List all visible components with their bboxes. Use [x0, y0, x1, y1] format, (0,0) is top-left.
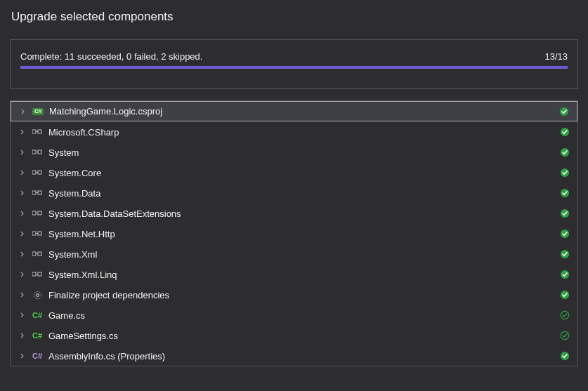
svg-point-34 [34, 291, 41, 298]
item-label: System.Core [48, 168, 559, 178]
svg-point-16 [561, 189, 569, 197]
status-success-icon [559, 126, 570, 138]
status-success-icon [559, 147, 570, 158]
list-item[interactable]: C#AssemblyInfo.cs (Properties) [11, 345, 577, 366]
chevron-right-icon[interactable] [19, 251, 26, 258]
item-label: System.Xml [48, 249, 559, 260]
chevron-right-icon[interactable] [19, 271, 26, 278]
svg-point-24 [561, 230, 569, 238]
item-type-icon: C# [32, 330, 43, 341]
chevron-right-icon[interactable] [19, 291, 26, 298]
chevron-right-icon[interactable] [19, 312, 26, 319]
svg-point-33 [36, 293, 39, 296]
item-label: System.Data [48, 188, 559, 199]
item-type-icon [32, 187, 43, 199]
status-success-icon [559, 167, 570, 178]
svg-point-36 [561, 311, 568, 319]
svg-rect-26 [38, 252, 41, 256]
svg-point-4 [561, 128, 569, 136]
item-type-icon: C# [32, 106, 44, 117]
svg-rect-9 [32, 171, 36, 174]
list-item[interactable]: System.Xml.Linq [11, 264, 577, 284]
svg-point-28 [561, 250, 569, 258]
progress-row: Complete: 11 succeeded, 0 failed, 2 skip… [20, 51, 568, 62]
list-item[interactable]: System.Xml [11, 244, 577, 264]
status-success-icon [559, 269, 570, 280]
item-label: Microsoft.CSharp [48, 127, 559, 138]
item-label: System.Data.DataSetExtensions [48, 208, 559, 219]
progress-status: Complete: 11 succeeded, 0 failed, 2 skip… [20, 51, 202, 62]
chevron-right-icon[interactable] [20, 108, 27, 115]
svg-point-37 [561, 331, 568, 339]
svg-point-35 [561, 291, 569, 299]
svg-rect-2 [38, 130, 41, 133]
item-label: System [48, 147, 559, 158]
status-success-icon [559, 208, 570, 219]
list-item[interactable]: System.Data [11, 183, 577, 203]
svg-point-32 [561, 270, 569, 279]
list-item[interactable]: C#GameSettings.cs [11, 325, 577, 345]
item-type-icon [32, 248, 43, 260]
chevron-right-icon[interactable] [19, 149, 26, 156]
svg-rect-22 [38, 232, 41, 235]
svg-rect-14 [38, 191, 41, 194]
item-type-icon [32, 126, 43, 138]
list-item[interactable]: Microsoft.CSharp [11, 121, 577, 142]
svg-point-8 [561, 148, 569, 157]
item-label: Finalize project dependencies [48, 290, 559, 300]
chevron-right-icon[interactable] [19, 190, 26, 197]
list-item[interactable]: C#Game.cs [11, 305, 577, 325]
svg-rect-29 [32, 272, 36, 276]
item-label: System.Xml.Linq [48, 270, 559, 280]
item-label: AssemblyInfo.cs (Properties) [48, 351, 559, 362]
chevron-right-icon[interactable] [19, 352, 26, 359]
svg-point-20 [561, 209, 569, 218]
svg-rect-25 [32, 252, 36, 256]
progress-panel: Complete: 11 succeeded, 0 failed, 2 skip… [10, 39, 578, 89]
chevron-right-icon[interactable] [19, 332, 26, 339]
chevron-right-icon[interactable] [19, 169, 26, 176]
item-type-icon: C# [32, 310, 43, 321]
svg-point-0 [560, 107, 568, 115]
svg-rect-5 [32, 150, 36, 154]
component-list: C#MatchingGame.Logic.csprojMicrosoft.CSh… [10, 100, 578, 366]
svg-rect-10 [38, 171, 41, 174]
item-label: Game.cs [48, 310, 559, 321]
status-success-icon [558, 106, 570, 117]
item-type-icon [32, 208, 43, 219]
item-type-icon [32, 228, 43, 239]
item-type-icon [32, 147, 43, 158]
status-success-icon [559, 187, 570, 199]
svg-point-12 [561, 168, 569, 177]
status-success-icon [559, 228, 570, 239]
progress-bar-fill [20, 66, 568, 69]
chevron-right-icon[interactable] [19, 128, 26, 135]
page-title: Upgrade selected components [11, 10, 578, 24]
item-label: MatchingGame.Logic.csproj [49, 106, 558, 117]
status-success-icon [559, 330, 570, 341]
list-item[interactable]: System.Net.Http [11, 223, 577, 244]
list-item[interactable]: C#MatchingGame.Logic.csproj [11, 101, 577, 121]
list-item[interactable]: System.Data.DataSetExtensions [11, 203, 577, 223]
list-item[interactable]: System.Core [11, 162, 577, 183]
svg-rect-13 [32, 191, 36, 194]
list-item[interactable]: System [11, 142, 577, 162]
item-type-icon: C# [32, 350, 43, 362]
svg-rect-30 [38, 272, 41, 276]
chevron-right-icon[interactable] [19, 210, 26, 217]
item-type-icon [32, 167, 43, 178]
chevron-right-icon[interactable] [19, 230, 26, 237]
svg-point-38 [561, 352, 569, 360]
item-label: System.Net.Http [48, 229, 559, 239]
item-label: GameSettings.cs [48, 331, 559, 341]
status-success-icon [559, 310, 570, 321]
item-type-icon [32, 289, 43, 300]
list-item[interactable]: Finalize project dependencies [11, 284, 577, 305]
progress-count: 13/13 [544, 51, 568, 62]
progress-bar [20, 66, 568, 69]
svg-rect-1 [32, 130, 36, 133]
svg-rect-17 [32, 211, 36, 215]
status-success-icon [559, 350, 570, 362]
svg-rect-6 [38, 150, 41, 154]
status-success-icon [559, 289, 570, 300]
